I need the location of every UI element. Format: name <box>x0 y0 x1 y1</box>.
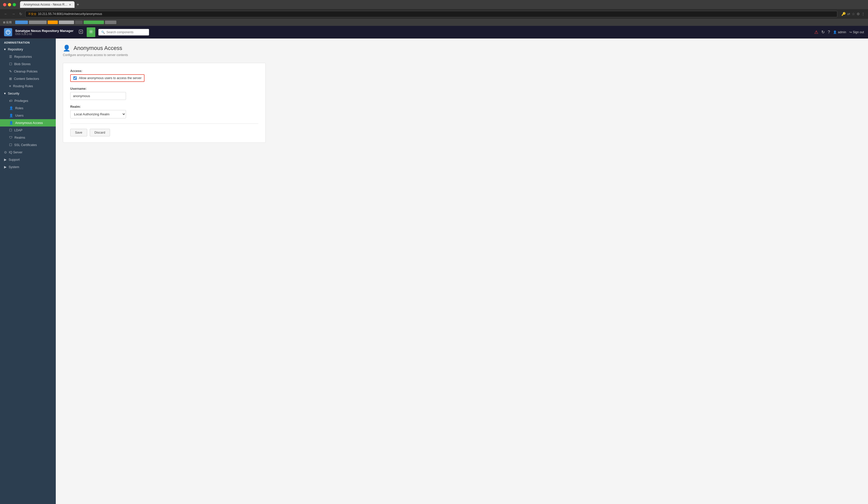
sidebar-item-blob-stores[interactable]: ☐ Blob Stores <box>0 60 56 68</box>
app-logo <box>4 28 12 36</box>
chevron-security-icon: ▾ <box>4 92 6 95</box>
svg-point-0 <box>6 30 10 34</box>
security-warning: 不安全 <box>28 12 37 16</box>
realms-icon: 🛡 <box>9 136 12 140</box>
header-right: ⚠ ↻ ? 👤 admin ↪ Sign out <box>814 29 864 35</box>
ldap-icon: ☐ <box>9 128 12 132</box>
sidebar-item-repositories[interactable]: ☰ Repositories <box>0 53 56 60</box>
header-nav-icons <box>78 27 95 37</box>
browser-chrome: Anonymous Access - Nexus R… ✕ + <box>0 0 868 9</box>
sidebar-item-repositories-label: Repositories <box>14 55 32 59</box>
sidebar-group-support[interactable]: ▶ Support <box>0 156 56 163</box>
anonymous-access-checkbox[interactable] <box>73 76 77 80</box>
sidebar-group-security[interactable]: ▾ Security <box>0 90 56 97</box>
user-menu[interactable]: 👤 admin <box>833 30 846 34</box>
close-tab-button[interactable]: ✕ <box>69 3 71 6</box>
form-divider <box>70 123 258 124</box>
settings-icon[interactable]: ⚙ <box>857 12 860 16</box>
bookmarks-bar: ⊞ 应用 <box>0 19 868 26</box>
new-tab-button[interactable]: + <box>74 1 81 8</box>
bookmark-apps[interactable]: ⊞ 应用 <box>3 21 12 24</box>
sidebar-item-content-selectors[interactable]: ⊞ Content Selectors <box>0 75 56 82</box>
sidebar-item-anonymous-access[interactable]: 👤 Anonymous Access <box>0 119 56 126</box>
sidebar-group-repository[interactable]: ▾ Repository <box>0 45 56 53</box>
search-input[interactable] <box>106 30 146 34</box>
refresh-button[interactable]: ↻ <box>18 11 23 17</box>
username-section: Username: <box>70 87 258 100</box>
username-input[interactable] <box>70 92 126 100</box>
sidebar-item-roles[interactable]: 👤 Roles <box>0 104 56 112</box>
content-selectors-icon: ⊞ <box>9 77 12 81</box>
sidebar-group-system[interactable]: ▶ System <box>0 163 56 171</box>
refresh-icon[interactable]: ↻ <box>822 30 825 34</box>
iq-server-icon: ⊙ <box>4 150 7 154</box>
svg-point-2 <box>90 31 92 32</box>
main-layout: Administration ▾ Repository ☰ Repositori… <box>0 39 868 504</box>
help-icon[interactable]: ? <box>828 30 830 34</box>
active-tab[interactable]: Anonymous Access - Nexus R… ✕ <box>20 1 74 8</box>
sidebar-item-cleanup-policies[interactable]: ✎ Cleanup Policies <box>0 68 56 75</box>
anonymous-access-icon: 👤 <box>9 121 13 125</box>
sidebar-item-cleanup-policies-label: Cleanup Policies <box>14 70 38 73</box>
maximize-window-button[interactable] <box>13 3 16 6</box>
ssl-icon: ☐ <box>9 143 12 147</box>
checkbox-label: Allow anonymous users to access the serv… <box>79 76 142 80</box>
sidebar-item-content-selectors-label: Content Selectors <box>14 77 39 81</box>
save-button[interactable]: Save <box>70 129 87 136</box>
url-bar[interactable]: 不安全 10.211.55.74:8081/#admin/security/an… <box>25 11 837 17</box>
forward-button[interactable]: → <box>11 11 16 17</box>
chevron-support-icon: ▶ <box>4 158 7 162</box>
admin-button[interactable] <box>87 27 95 37</box>
users-icon: 👤 <box>9 114 13 117</box>
realm-label: Realm: <box>70 105 258 109</box>
back-button[interactable]: ← <box>3 11 9 17</box>
realm-select[interactable]: Local Authorizing Realm <box>70 110 126 119</box>
url-text: 10.211.55.74:8081/#admin/security/anonym… <box>38 12 835 16</box>
sidebar-item-realms-label: Realms <box>14 136 25 140</box>
sidebar-item-ldap[interactable]: ☐ LDAP <box>0 126 56 134</box>
sidebar-item-anonymous-access-label: Anonymous Access <box>15 121 43 125</box>
browse-button[interactable] <box>78 28 84 36</box>
blob-stores-icon: ☐ <box>9 62 12 66</box>
anonymous-access-checkbox-row[interactable]: Allow anonymous users to access the serv… <box>70 74 145 82</box>
sidebar-item-ssl-certificates-label: SSL Certificates <box>14 143 37 147</box>
routing-rules-icon: ≡ <box>9 84 11 88</box>
address-bar: ← → ↻ 不安全 10.211.55.74:8081/#admin/secur… <box>0 9 868 19</box>
chevron-repository-icon: ▾ <box>4 48 6 51</box>
realm-section: Realm: Local Authorizing Realm <box>70 105 258 119</box>
sign-out-button[interactable]: ↪ Sign out <box>849 30 864 34</box>
discard-button[interactable]: Discard <box>90 129 110 136</box>
sidebar-item-users[interactable]: 👤 Users <box>0 112 56 119</box>
search-box[interactable]: 🔍 <box>99 29 149 35</box>
sidebar-item-privileges[interactable]: 🏷 Privileges <box>0 97 56 104</box>
username-label: Username: <box>70 87 258 91</box>
alert-icon[interactable]: ⚠ <box>814 29 818 35</box>
close-window-button[interactable] <box>3 3 6 6</box>
chevron-system-icon: ▶ <box>4 165 7 169</box>
sidebar-group-security-label: Security <box>8 92 19 95</box>
translate-icon[interactable]: ⇄ <box>847 12 850 16</box>
content-area: 👤 Anonymous Access Configure anonymous a… <box>56 39 868 504</box>
key-icon[interactable]: 🔑 <box>841 12 846 16</box>
app-header: Sonatype Nexus Repository Manager OSS 3.… <box>0 26 868 39</box>
sidebar-item-blob-stores-label: Blob Stores <box>14 62 31 66</box>
sidebar-item-routing-rules-label: Routing Rules <box>13 84 33 88</box>
page-title: Anonymous Access <box>73 45 122 51</box>
traffic-lights <box>3 3 16 6</box>
minimize-window-button[interactable] <box>8 3 11 6</box>
form-card: Access: Allow anonymous users to access … <box>63 63 266 143</box>
sidebar-item-ssl-certificates[interactable]: ☐ SSL Certificates <box>0 141 56 148</box>
sidebar-item-realms[interactable]: 🛡 Realms <box>0 134 56 141</box>
tab-label: Anonymous Access - Nexus R… <box>23 3 68 6</box>
app-title-block: Sonatype Nexus Repository Manager OSS 3.… <box>15 29 73 35</box>
sidebar-group-iq-server[interactable]: ⊙ IQ Server <box>0 148 56 156</box>
user-label: admin <box>838 30 846 34</box>
tab-bar: Anonymous Access - Nexus R… ✕ + <box>20 1 81 8</box>
repositories-icon: ☰ <box>9 55 12 59</box>
more-icon[interactable]: ⋮ <box>861 12 865 16</box>
bookmark-icon[interactable]: ☆ <box>852 12 855 16</box>
page-subtitle: Configure anonymous access to server con… <box>63 53 861 57</box>
sidebar-item-roles-label: Roles <box>15 106 23 110</box>
sidebar: Administration ▾ Repository ☰ Repositori… <box>0 39 56 504</box>
sidebar-item-routing-rules[interactable]: ≡ Routing Rules <box>0 82 56 90</box>
